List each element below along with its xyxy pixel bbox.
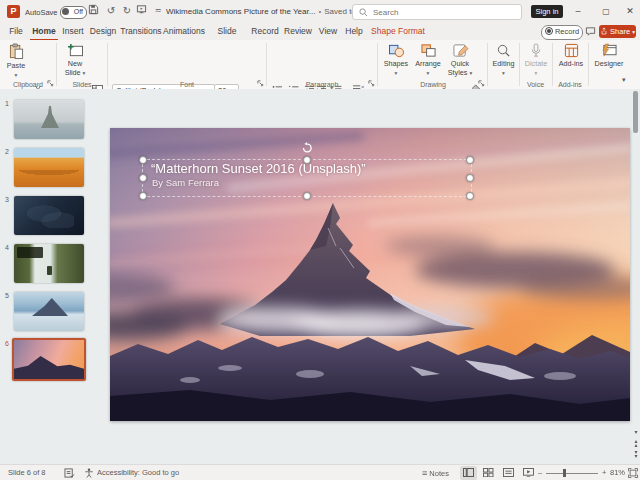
save-button[interactable] [88, 4, 102, 18]
normal-view-button[interactable] [460, 466, 477, 480]
zoom-slider-track[interactable] [546, 473, 598, 474]
shapes-button[interactable]: Shapes▾ [381, 43, 411, 85]
slide-number: 2 [5, 148, 9, 155]
paste-button[interactable]: Paste▾ [2, 43, 30, 85]
resize-handle-bottom-left[interactable] [139, 192, 147, 200]
title-textbox[interactable]: “Matterhorn Sunset 2016 (Unsplash)” By S… [142, 159, 472, 197]
save-icon [88, 4, 99, 15]
drawing-dialog-launcher[interactable] [478, 80, 485, 87]
tab-review[interactable]: Review [283, 23, 313, 39]
accessibility-icon [84, 468, 94, 480]
previous-slide-button[interactable]: ▴▴ [632, 439, 640, 448]
next-slide-button[interactable]: ▾▾ [632, 450, 640, 459]
customize-qat-icon: ≂ [155, 6, 162, 15]
tab-transitions[interactable]: Transitions [120, 23, 162, 39]
undo-button[interactable]: ↺ [104, 4, 118, 18]
rotate-handle[interactable] [301, 142, 313, 154]
tab-home[interactable]: Home [30, 23, 58, 41]
resize-handle-top-center[interactable] [303, 156, 311, 164]
record-icon [545, 27, 553, 35]
addins-icon [564, 43, 579, 58]
slide-byline-text[interactable]: By Sam Ferrara [152, 177, 219, 188]
zoom-out-button[interactable]: – [538, 465, 542, 480]
autosave-state: Off [74, 8, 83, 15]
paragraph-dialog-launcher[interactable] [368, 80, 375, 87]
arrange-button[interactable]: Arrange▾ [412, 43, 444, 85]
autosave-label: AutoSave [25, 8, 58, 17]
tab-help[interactable]: Help [343, 23, 365, 39]
slide-thumbnail-2[interactable] [14, 148, 84, 187]
scroll-down-button[interactable]: ▾ [632, 428, 640, 437]
editing-button[interactable]: Editing▾ [489, 43, 518, 85]
reading-view-icon [503, 468, 514, 477]
search-box[interactable] [352, 4, 522, 20]
slide-sorter-icon [483, 468, 494, 477]
resize-handle-top-right[interactable] [466, 156, 474, 164]
tab-slide-show[interactable]: Slide Show [206, 23, 248, 39]
vertical-scrollbar-thumb[interactable] [633, 91, 638, 133]
resize-handle-middle-left[interactable] [139, 174, 147, 182]
chevron-down-icon: ▾ [15, 72, 18, 78]
slide-indicator[interactable]: Slide 6 of 8 [8, 465, 46, 480]
new-slide-button[interactable]: New Slide ▾ [59, 43, 91, 85]
quick-styles-button[interactable]: Quick Styles ▾ [444, 43, 476, 85]
zoom-slider-thumb[interactable] [563, 469, 566, 477]
minimize-button[interactable]: – [570, 4, 586, 19]
collapse-ribbon-button[interactable]: ▾ [622, 76, 626, 84]
font-dialog-launcher[interactable] [257, 80, 264, 87]
slide-canvas[interactable]: “Matterhorn Sunset 2016 (Unsplash)” By S… [110, 128, 630, 421]
tab-file[interactable]: File [6, 23, 26, 39]
tab-record[interactable]: Record [250, 23, 280, 39]
close-button[interactable]: ✕ [622, 4, 638, 19]
share-button[interactable]: Share ▾ [599, 25, 636, 38]
slide-sorter-view-button[interactable] [480, 466, 497, 480]
zoom-level[interactable]: 81% [610, 465, 625, 480]
record-button[interactable]: Record [541, 25, 583, 40]
slide-number-selected: 6 [5, 340, 9, 347]
sign-in-button[interactable]: Sign in [531, 5, 563, 18]
slide-show-button[interactable] [520, 466, 537, 480]
restore-button[interactable]: ▢ [598, 4, 614, 19]
slide-number: 5 [5, 292, 9, 299]
dictate-button[interactable]: Dictate▾ [521, 43, 551, 85]
tab-design[interactable]: Design [88, 23, 118, 39]
search-input[interactable] [371, 6, 515, 19]
resize-handle-middle-right[interactable] [466, 174, 474, 182]
designer-icon [601, 43, 618, 58]
redo-icon: ↻ [123, 5, 131, 16]
notes-button[interactable]: ≡ Notes [422, 465, 449, 480]
resize-handle-bottom-right[interactable] [466, 192, 474, 200]
tab-shape-format[interactable]: Shape Format [370, 23, 426, 39]
ribbon: Paste▾ Clipboard New Slide ▾ Slides [0, 40, 640, 90]
fit-to-window-button[interactable] [628, 468, 638, 480]
autosave-toggle[interactable]: Off [60, 6, 87, 19]
slide-thumbnail-5[interactable] [14, 292, 84, 331]
normal-view-icon [463, 468, 474, 477]
clipboard-dialog-launcher[interactable] [47, 80, 54, 87]
slide-number: 3 [5, 196, 9, 203]
slide-thumbnail-6-selected[interactable] [12, 338, 86, 381]
spell-check-button[interactable] [64, 468, 75, 480]
powerpoint-icon: P [7, 5, 20, 18]
present-from-beginning-button[interactable] [136, 4, 150, 18]
paragraph-group-label: Paragraph [267, 81, 377, 88]
slide-thumbnail-3[interactable] [14, 196, 84, 235]
addins-group-label: Add-ins [552, 81, 588, 88]
powerpoint-window: P AutoSave Off ↺ ↻ ≂ Wikimedia Commons P… [0, 0, 640, 480]
accessibility-status[interactable]: Accessibility: Good to go [97, 465, 179, 480]
slide-thumbnail-1[interactable] [14, 100, 84, 139]
customize-qat-button[interactable]: ≂ [151, 4, 165, 18]
zoom-in-button[interactable]: + [602, 465, 606, 480]
search-icon [359, 8, 368, 17]
tab-view[interactable]: View [316, 23, 340, 39]
resize-handle-top-left[interactable] [139, 156, 147, 164]
slide-title-text[interactable]: “Matterhorn Sunset 2016 (Unsplash)” [151, 161, 366, 176]
redo-button[interactable]: ↻ [120, 4, 134, 18]
reading-view-button[interactable] [500, 466, 517, 480]
addins-button[interactable]: Add-ins [554, 43, 588, 85]
tab-insert[interactable]: Insert [60, 23, 86, 39]
resize-handle-bottom-center[interactable] [303, 192, 311, 200]
slide-thumbnail-4[interactable] [14, 244, 84, 283]
tab-animations[interactable]: Animations [163, 23, 205, 39]
comments-button[interactable] [585, 26, 596, 37]
